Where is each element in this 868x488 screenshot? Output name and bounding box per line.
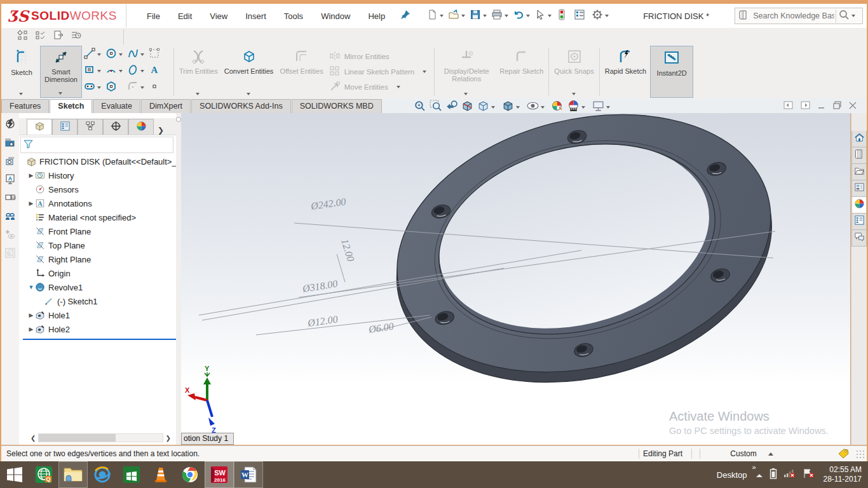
print-caret-icon[interactable] xyxy=(505,15,508,17)
tree-item-annotations[interactable]: ▶AAnnotations xyxy=(19,196,176,210)
tree-item-sensors[interactable]: Sensors xyxy=(19,182,176,196)
rollback-bar[interactable] xyxy=(23,339,176,340)
resize-grip[interactable] xyxy=(855,449,864,458)
knowledge-base-search[interactable] xyxy=(735,8,863,24)
slot-caret-icon[interactable] xyxy=(97,86,101,89)
select-cursor-caret-icon[interactable] xyxy=(548,15,552,17)
open-document-button[interactable] xyxy=(447,8,469,24)
hide-show-items-caret-icon[interactable] xyxy=(541,106,545,109)
tag-icon[interactable] xyxy=(837,448,849,460)
tree-item-revolve1[interactable]: ▼Revolve1 xyxy=(19,280,176,294)
tab-solidworks-add-ins[interactable]: SOLIDWORKS Add-Ins xyxy=(191,99,291,113)
annotation-visibility-icon[interactable]: A xyxy=(3,172,18,187)
view-orientation-caret-icon[interactable] xyxy=(491,106,495,109)
scroll-track[interactable] xyxy=(38,433,163,442)
tree-expand-icon[interactable]: ▶ xyxy=(28,326,34,332)
desktop-toolbar[interactable]: Desktop » xyxy=(717,470,747,480)
design-library-button[interactable] xyxy=(851,180,867,197)
panel-horizontal-scrollbar[interactable]: ❮ ❯ xyxy=(28,433,173,442)
vlc-icon[interactable] xyxy=(146,461,175,488)
panel-properties-tab[interactable] xyxy=(52,119,78,135)
edit-appearance-button[interactable] xyxy=(552,100,564,114)
scroll-left-icon[interactable]: ❮ xyxy=(28,435,38,442)
polygon-tool-icon[interactable] xyxy=(105,81,117,95)
windows-store-icon[interactable] xyxy=(117,461,146,488)
point-tool-icon[interactable] xyxy=(149,81,160,95)
menu-tools[interactable]: Tools xyxy=(275,8,312,25)
settings-gear-caret-icon[interactable] xyxy=(605,15,609,17)
hide-show-items-button[interactable] xyxy=(527,100,548,114)
graphics-viewport[interactable]: Ø242.00 12.00 Ø318.00 Ø12.00 Ø6.00 X Z Y xyxy=(181,113,851,445)
arc-tool-icon[interactable] xyxy=(105,64,117,78)
splitter-handle-icon[interactable] xyxy=(176,117,181,122)
dimension-names-icon[interactable]: xxx xyxy=(3,153,18,168)
sketch-button[interactable]: Sketch xyxy=(4,46,39,98)
file-explorer-icon[interactable] xyxy=(58,461,88,488)
start-button[interactable] xyxy=(0,461,29,488)
tab-solidworks-mbd[interactable]: SOLIDWORKS MBD xyxy=(292,99,382,113)
undo-caret-icon[interactable] xyxy=(526,15,530,17)
menu-insert[interactable]: Insert xyxy=(236,8,275,25)
convert-caret-icon[interactable] xyxy=(247,93,250,95)
settings-gear-button[interactable] xyxy=(591,8,613,24)
tree-expand-icon[interactable]: ▶ xyxy=(28,312,34,318)
zoom-fit-button[interactable] xyxy=(414,100,426,114)
arc-caret-icon[interactable] xyxy=(119,70,123,72)
hide-dimensions-icon[interactable]: xxx xyxy=(3,135,18,150)
tab-features[interactable]: Features xyxy=(1,99,49,113)
show-hidden-icons[interactable] xyxy=(756,469,763,480)
line-tool-icon[interactable] xyxy=(84,48,95,62)
tree-item-right-plane[interactable]: Right Plane xyxy=(19,252,176,266)
tree-item-sketch1[interactable]: (-) Sketch1 xyxy=(19,294,176,308)
sketch-picture-icon[interactable] xyxy=(149,48,160,62)
doc-close-icon[interactable] xyxy=(849,102,857,111)
filter-input[interactable] xyxy=(36,140,173,150)
configuration-selector[interactable]: Custom xyxy=(704,449,799,458)
knowledge-base-button[interactable] xyxy=(851,147,867,164)
rectangle-tool-icon[interactable] xyxy=(84,64,95,78)
filter-graphics-icon[interactable] xyxy=(3,116,18,132)
new-document-button[interactable] xyxy=(426,8,447,24)
sketch-flyout-caret-icon[interactable] xyxy=(19,93,23,95)
tree-item-history[interactable]: ▶History xyxy=(19,168,176,182)
solidworks-2016-icon[interactable]: SW2016 xyxy=(205,461,234,488)
network-icon[interactable] xyxy=(783,468,796,481)
search-icon[interactable] xyxy=(839,10,850,23)
rectangle-caret-icon[interactable] xyxy=(97,70,101,72)
apply-scene-button[interactable] xyxy=(567,100,588,114)
search-options-caret-icon[interactable] xyxy=(851,15,855,17)
panel-configurations-tab[interactable] xyxy=(78,119,103,135)
panel-display-manager-tab[interactable] xyxy=(128,119,154,135)
view-settings-caret-icon[interactable] xyxy=(606,106,610,109)
tab-sketch[interactable]: Sketch xyxy=(50,99,92,113)
smart-dimension-caret-icon[interactable] xyxy=(58,92,62,95)
tree-expand-icon[interactable]: ▼ xyxy=(28,284,34,290)
motion-study-tab[interactable]: otion Study 1 xyxy=(181,433,234,445)
drawing-preview-icon[interactable]: K xyxy=(3,245,18,261)
tree-item-hole1[interactable]: ▶Hole1 xyxy=(19,308,176,322)
view-settings-button[interactable] xyxy=(592,100,613,114)
tab-dimxpert[interactable]: DimXpert xyxy=(141,99,191,113)
new-document-caret-icon[interactable] xyxy=(440,15,444,17)
undo-button[interactable] xyxy=(512,8,534,24)
open-folder-button[interactable] xyxy=(851,164,867,180)
select-entities-icon[interactable] xyxy=(17,30,29,44)
pane-right-icon[interactable] xyxy=(801,101,810,111)
verify-sketch-icon[interactable] xyxy=(35,30,46,44)
menu-view[interactable]: View xyxy=(201,8,236,25)
circle-tool-icon[interactable] xyxy=(105,48,117,62)
pane-left-icon[interactable] xyxy=(783,101,793,111)
custom-properties-button[interactable] xyxy=(851,214,867,230)
instant2d-button[interactable]: Instant2D xyxy=(650,46,693,98)
taskbar-clock[interactable]: 02:55 AM 28-11-2017 xyxy=(824,465,862,484)
display-style-button[interactable] xyxy=(502,100,523,114)
tree-item-front-plane[interactable]: Front Plane xyxy=(19,224,176,238)
action-center-flag-icon[interactable] xyxy=(803,468,815,481)
tree-root-item[interactable]: FRICTION DISK (Default<<Default>_Dis xyxy=(19,154,176,168)
scroll-right-icon[interactable]: ❯ xyxy=(163,435,173,442)
open-document-caret-icon[interactable] xyxy=(461,15,465,17)
save-caret-icon[interactable] xyxy=(483,15,487,17)
zoom-area-button[interactable] xyxy=(430,100,442,114)
menu-help[interactable]: Help xyxy=(359,8,394,25)
options-list-button[interactable] xyxy=(573,8,591,24)
